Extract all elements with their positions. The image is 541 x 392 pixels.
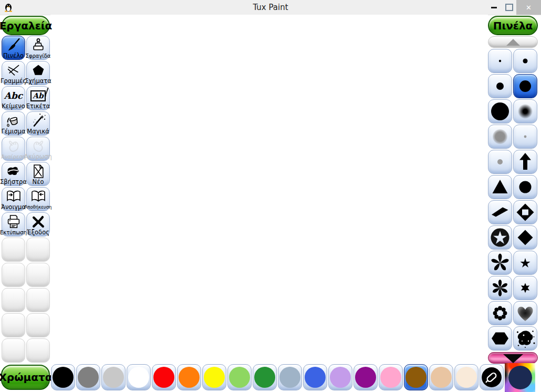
empty-tool-slot <box>26 263 50 287</box>
tool-lines-button[interactable]: Γραμμές <box>2 61 25 85</box>
tool-printer-button[interactable]: Εκτύπωση <box>2 212 25 236</box>
tool-quit-x-button[interactable]: Έξοδος <box>26 212 50 236</box>
brush-star-small-button[interactable] <box>513 251 537 275</box>
brush-flower-6-button[interactable] <box>488 276 512 300</box>
tool-label: Σχήματα <box>25 78 51 85</box>
brush-dot-tiny-button[interactable] <box>488 49 512 73</box>
brush-gray-dot-tiny-button[interactable] <box>513 125 537 149</box>
titlebar: Tux Paint ✕ <box>0 0 541 15</box>
brush-hexagon-button[interactable] <box>488 326 512 350</box>
brush-petal-star-5-button[interactable] <box>488 251 512 275</box>
fill-icon <box>3 112 24 130</box>
empty-tool-slot <box>26 288 50 312</box>
tool-label: Αποθήκευση <box>24 204 51 211</box>
tool-shapes-button[interactable]: Σχήματα <box>26 61 50 85</box>
brushes-scroll-down-button[interactable] <box>488 352 538 364</box>
color-gray-button[interactable] <box>76 364 100 390</box>
tool-eraser-button[interactable]: Σβήστρα <box>2 162 25 186</box>
brush-star-in-circle-button[interactable] <box>488 225 512 250</box>
empty-tool-slot <box>26 238 50 262</box>
maximize-icon <box>505 4 513 11</box>
brush-fuzzy-dot-button[interactable] <box>513 99 537 123</box>
brush-dot-medium-button[interactable] <box>488 74 512 98</box>
color-orange-button[interactable] <box>177 364 201 390</box>
color-light-green-button[interactable] <box>227 364 252 390</box>
circle-icon <box>515 177 536 198</box>
empty-tool-slot <box>2 338 25 363</box>
color-purple-button[interactable] <box>353 364 378 390</box>
color-gray-blue-button[interactable] <box>278 364 302 390</box>
star-small-icon <box>515 252 536 273</box>
brush-parallelogram-button[interactable] <box>488 200 512 224</box>
stamp-icon <box>28 36 49 54</box>
tool-label: Γραμμές <box>1 78 26 85</box>
tool-paint-brush-button[interactable]: Πινέλο <box>2 36 25 60</box>
color-tan-button[interactable] <box>429 364 453 390</box>
brush-arrow-up-button[interactable] <box>513 150 537 174</box>
color-black-button[interactable] <box>51 364 75 390</box>
brush-triangle-button[interactable] <box>488 175 512 199</box>
color-yellow-button[interactable] <box>202 364 226 390</box>
tool-stamp-button[interactable]: Σφραγίδα <box>26 36 50 60</box>
brushes-scroll-up-button[interactable] <box>488 36 538 48</box>
redo-hand-icon <box>28 137 49 155</box>
tool-label: Ακύρωση <box>24 153 52 160</box>
abc-glyph: Abc <box>4 90 23 101</box>
color-light-gray-button[interactable] <box>101 364 126 390</box>
drawing-canvas[interactable] <box>50 15 488 364</box>
text-icon: Abc <box>3 87 24 105</box>
magic-icon <box>28 112 49 130</box>
color-green-button[interactable] <box>253 364 277 390</box>
brush-circle-button[interactable] <box>513 175 537 199</box>
color-blue-button[interactable] <box>303 364 327 390</box>
tool-label: Κείμενο <box>2 103 25 110</box>
current-color-dot <box>508 366 532 389</box>
color-swatch <box>405 367 426 388</box>
parallelogram-icon <box>490 202 511 223</box>
color-cream-button[interactable] <box>454 364 478 390</box>
color-white-button[interactable] <box>127 364 151 390</box>
tool-new-page-button[interactable]: Νέο <box>26 162 50 186</box>
brush-diamond-square-hole-button[interactable] <box>513 200 537 224</box>
tool-label: Εκτύπωση <box>0 229 27 236</box>
tool-magic-button[interactable]: Μαγικά <box>26 111 50 136</box>
color-red-button[interactable] <box>152 364 176 390</box>
color-pink-button[interactable] <box>379 364 403 390</box>
color-swatch <box>305 367 326 388</box>
brush-dot-xl-button[interactable] <box>488 99 512 123</box>
color-lavender-button[interactable] <box>328 364 352 390</box>
brush-soft-gray-dot-button[interactable] <box>488 125 512 149</box>
tool-redo-hand-button[interactable]: Ακύρωση <box>26 137 50 161</box>
color-swatch <box>229 367 250 388</box>
tool-save-book-button[interactable]: Αποθήκευση <box>26 187 50 211</box>
color-swatch <box>456 367 477 388</box>
brush-gray-dot-small-button[interactable] <box>488 150 512 174</box>
tool-open-book-button[interactable]: Άνοιγμα <box>2 187 25 211</box>
tool-label: Πινέλο <box>3 53 24 59</box>
dot-small-icon <box>515 50 536 71</box>
brush-splatter-button[interactable] <box>513 326 537 350</box>
color-brown-button[interactable] <box>404 364 428 390</box>
maximize-button[interactable] <box>502 0 516 15</box>
tool-label-button[interactable]: AbΕτικέτα <box>26 86 50 110</box>
color-picker-button[interactable] <box>480 364 504 390</box>
brush-dot-large-button[interactable] <box>513 74 537 98</box>
brush-dot-small-button[interactable] <box>513 49 537 73</box>
close-button[interactable]: ✕ <box>516 0 541 15</box>
color-swatch <box>330 367 351 388</box>
tool-label: Έξοδος <box>27 229 49 236</box>
printer-icon <box>3 213 24 231</box>
brush-heart-fuzzy-button[interactable] <box>513 301 537 325</box>
tool-undo-hand-button[interactable]: Αναίρεση <box>2 137 25 161</box>
brush-star-6-button[interactable] <box>513 276 537 300</box>
color-swatch <box>355 367 376 388</box>
new-page-icon <box>28 162 49 180</box>
heart-fuzzy-icon <box>515 303 536 324</box>
brush-flower-8-button[interactable] <box>488 301 512 325</box>
minimize-button[interactable] <box>486 0 501 15</box>
tool-fill-button[interactable]: Γέμισμα <box>2 111 25 136</box>
brush-diamond-solid-button[interactable] <box>513 225 537 250</box>
color-swatch <box>431 367 452 388</box>
tool-text-button[interactable]: AbcΚείμενο <box>2 86 25 110</box>
tool-label: Μαγικά <box>27 128 49 135</box>
